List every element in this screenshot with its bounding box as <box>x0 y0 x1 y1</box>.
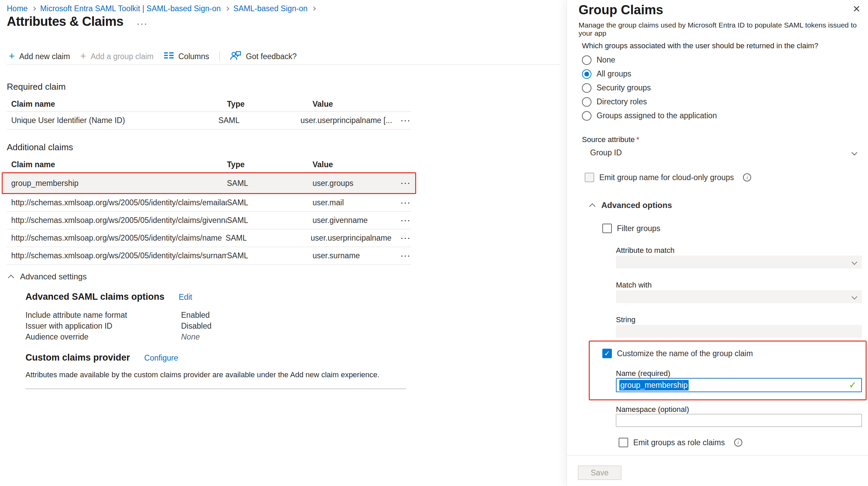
breadcrumb-app-link[interactable]: Microsoft Entra SAML Toolkit | SAML-base… <box>40 4 220 13</box>
table-row[interactable]: http://schemas.xmlsoap.org/ws/2005/05/id… <box>7 247 411 265</box>
custom-claims-provider-heading: Custom claims provider <box>25 352 130 363</box>
radio-selected-icon <box>582 69 591 79</box>
group-claims-panel: Group Claims ✕ Manage the group claims u… <box>567 0 868 486</box>
row-more-button[interactable]: ··· <box>401 234 411 242</box>
required-claim-heading: Required claim <box>7 82 411 92</box>
chevron-down-icon <box>852 259 857 265</box>
group-question-label: Which groups associated with the user sh… <box>582 41 818 50</box>
group-radio-group: None All groups Security groups Director… <box>582 53 717 123</box>
row-more-button[interactable]: ··· <box>401 199 411 207</box>
row-more-button[interactable]: ··· <box>401 216 411 225</box>
namespace-input[interactable] <box>616 414 862 427</box>
breadcrumb-home-link[interactable]: Home <box>7 4 28 13</box>
match-with-select[interactable] <box>616 290 862 303</box>
kv-row: Include attribute name format Enabled <box>25 310 557 320</box>
command-bar: + Add new claim + Add a group claim Colu… <box>9 50 297 63</box>
checkbox-icon <box>602 224 612 233</box>
columns-icon <box>164 51 174 62</box>
checkbox-icon <box>585 173 594 182</box>
radio-security-groups[interactable]: Security groups <box>582 81 717 95</box>
configure-link[interactable]: Configure <box>144 353 178 363</box>
radio-icon <box>582 111 591 121</box>
saml-options-heading: Advanced SAML claims options <box>25 292 164 302</box>
table-row-group-membership-highlighted[interactable]: group_membership SAML user.groups ··· <box>2 172 416 194</box>
source-attribute-label: Source attribute* <box>582 135 639 144</box>
add-new-claim-button[interactable]: + Add new claim <box>9 52 70 61</box>
panel-subtitle: Manage the group claims used by Microsof… <box>579 21 858 37</box>
breadcrumb-chevron-icon <box>32 6 36 11</box>
advanced-options-toggle[interactable]: Advanced options <box>588 201 672 210</box>
string-label: String <box>616 315 635 324</box>
required-claim-section: Required claim Claim name Type Value Uni… <box>7 82 411 129</box>
breadcrumb-signon-link[interactable]: SAML-based Sign-on <box>233 4 308 13</box>
checkbox-icon <box>619 438 628 447</box>
toolbar-divider <box>219 51 220 62</box>
match-with-label: Match with <box>616 281 652 290</box>
radio-icon <box>582 83 591 93</box>
custom-claims-description: Attributes made available by the custom … <box>25 370 557 379</box>
radio-icon <box>582 97 591 107</box>
edit-link[interactable]: Edit <box>179 293 192 302</box>
string-input[interactable] <box>616 325 862 338</box>
radio-directory-roles[interactable]: Directory roles <box>582 95 717 109</box>
info-icon[interactable]: i <box>743 173 751 181</box>
advanced-settings-toggle[interactable]: Advanced settings <box>7 272 557 281</box>
row-more-button[interactable]: ··· <box>401 252 411 260</box>
radio-all-groups[interactable]: All groups <box>582 67 717 81</box>
got-feedback-button[interactable]: Got feedback? <box>230 50 297 63</box>
feedback-icon <box>230 50 242 63</box>
table-row[interactable]: http://schemas.xmlsoap.org/ws/2005/05/id… <box>7 212 411 229</box>
radio-icon <box>582 55 591 65</box>
breadcrumb: Home Microsoft Entra SAML Toolkit | SAML… <box>7 4 316 13</box>
selected-text: group_membership <box>619 380 689 390</box>
checkbox-checked-icon: ✓ <box>602 349 612 358</box>
name-required-label: Name (required) <box>616 369 670 378</box>
attributes-claims-page: Home Microsoft Entra SAML Toolkit | SAML… <box>0 0 567 486</box>
emit-roles-checkbox-row[interactable]: Emit groups as role claims i <box>619 438 742 447</box>
chevron-down-icon <box>852 150 857 156</box>
plus-icon: + <box>9 51 15 61</box>
section-divider <box>25 388 406 389</box>
panel-title: Group Claims <box>579 3 663 17</box>
table-row[interactable]: http://schemas.xmlsoap.org/ws/2005/05/id… <box>7 229 411 247</box>
chevron-up-icon <box>8 275 14 281</box>
plus-icon: + <box>80 51 86 61</box>
advanced-settings-section: Advanced settings Advanced SAML claims o… <box>7 272 557 379</box>
kv-row: Issuer with application ID Disabled <box>25 320 557 331</box>
valid-check-icon: ✓ <box>849 380 856 390</box>
info-icon[interactable]: i <box>734 438 742 447</box>
source-attribute-select[interactable]: Group ID <box>585 145 862 160</box>
name-input[interactable]: group_membership ✓ <box>616 378 862 392</box>
table-header: Claim name Type Value <box>7 97 411 112</box>
table-row[interactable]: Unique User Identifier (Name ID) SAML us… <box>7 112 411 129</box>
page-title: Attributes & Claims <box>7 14 123 29</box>
row-more-button[interactable]: ··· <box>401 179 411 187</box>
page-more-button[interactable]: ··· <box>137 15 148 29</box>
additional-claims-section: Additional claims Claim name Type Value … <box>7 142 411 265</box>
namespace-label: Namespace (optional) <box>616 405 689 414</box>
close-icon[interactable]: ✕ <box>853 3 861 15</box>
chevron-down-icon <box>852 294 857 300</box>
kv-row: Audience override None <box>25 331 557 342</box>
table-row[interactable]: http://schemas.xmlsoap.org/ws/2005/05/id… <box>7 194 411 212</box>
emit-group-name-checkbox-row[interactable]: Emit group name for cloud-only groups i <box>585 173 751 182</box>
breadcrumb-chevron-icon <box>225 6 229 11</box>
save-button[interactable]: Save <box>578 466 621 480</box>
additional-claims-heading: Additional claims <box>7 142 411 153</box>
breadcrumb-chevron-icon <box>312 6 316 11</box>
toolbar-rule <box>7 65 561 65</box>
customize-name-checkbox-row[interactable]: ✓ Customize the name of the group claim <box>602 349 753 358</box>
filter-groups-checkbox-row[interactable]: Filter groups <box>602 224 660 233</box>
attribute-to-match-label: Attribute to match <box>616 246 674 255</box>
row-more-button[interactable]: ··· <box>401 117 411 125</box>
chevron-up-icon <box>589 203 595 209</box>
columns-button[interactable]: Columns <box>164 51 209 62</box>
radio-groups-assigned[interactable]: Groups assigned to the application <box>582 109 717 123</box>
attribute-to-match-select[interactable] <box>616 256 862 268</box>
add-group-claim-button[interactable]: + Add a group claim <box>80 52 154 61</box>
panel-footer-divider <box>567 455 868 456</box>
radio-none[interactable]: None <box>582 53 717 67</box>
table-header: Claim name Type Value <box>7 157 411 172</box>
